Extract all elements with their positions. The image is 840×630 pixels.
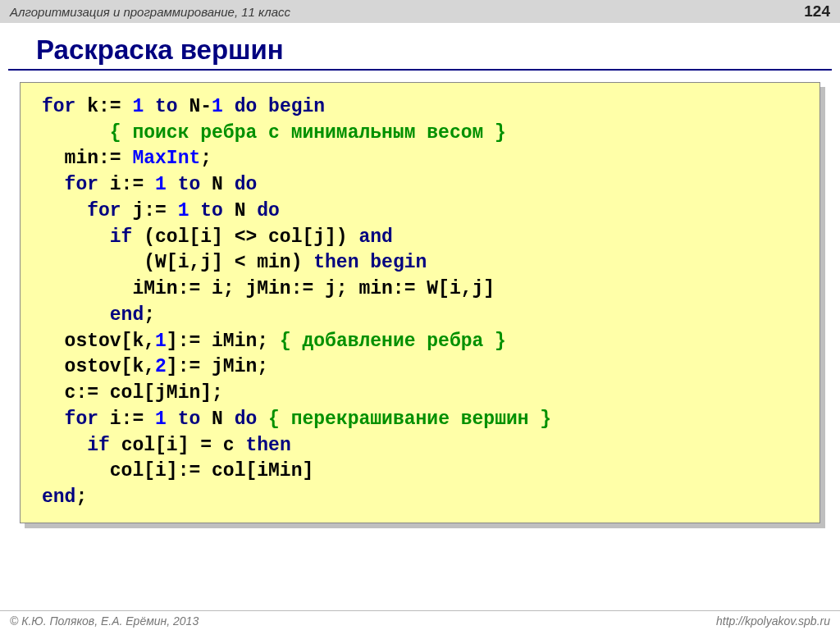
number-literal: 1 xyxy=(212,96,223,117)
code-text: N xyxy=(200,409,234,430)
keyword-do: do xyxy=(235,409,258,430)
identifier-maxint: MaxInt xyxy=(132,148,200,169)
code-text: (col[i] <> col[j]) xyxy=(132,226,358,248)
code-text: N xyxy=(200,174,234,195)
subject-label: Алгоритмизация и программирование, 11 кл… xyxy=(10,5,290,19)
code-text: N- xyxy=(178,96,212,117)
keyword-then-begin: then begin xyxy=(313,252,427,273)
code-block: for k:= 1 to N-1 do begin { поиск ребра … xyxy=(20,82,820,523)
footer-url: http://kpolyakov.spb.ru xyxy=(716,614,830,628)
keyword-to: to xyxy=(144,96,177,117)
keyword-if: if xyxy=(42,435,110,456)
comment: { перекрашивание вершин } xyxy=(257,409,551,430)
code-text: ]:= iMin; xyxy=(167,331,280,352)
code-text: ; xyxy=(144,304,155,326)
code-text: k:= xyxy=(75,96,132,117)
copyright: © К.Ю. Поляков, Е.А. Ерёмин, 2013 xyxy=(10,614,199,628)
keyword-end: end xyxy=(42,304,144,326)
code-block-wrap: for k:= 1 to N-1 do begin { поиск ребра … xyxy=(20,82,820,523)
keyword-for: for xyxy=(42,96,75,117)
code-text: min:= xyxy=(42,148,132,169)
code-text: c:= col[jMin]; xyxy=(42,382,223,404)
keyword-for: for xyxy=(42,409,98,430)
number-literal: 1 xyxy=(155,409,167,430)
code-text: ; xyxy=(75,486,87,508)
code-text: col[i]:= col[iMin] xyxy=(42,460,313,482)
number-literal: 1 xyxy=(155,331,167,352)
code-text: ostov[k, xyxy=(42,356,155,377)
keyword-end: end xyxy=(42,486,75,508)
code-text: col[i] = c xyxy=(110,435,246,456)
code-text: i:= xyxy=(98,409,155,430)
keyword-if: if xyxy=(42,226,132,248)
number-literal: 1 xyxy=(178,200,189,221)
keyword-do: do xyxy=(235,174,258,195)
keyword-for: for xyxy=(42,174,98,195)
keyword-to: to xyxy=(189,200,222,221)
keyword-do: do xyxy=(257,200,280,221)
comment: { поиск ребра с минимальным весом } xyxy=(42,122,506,144)
code-text: ostov[k, xyxy=(42,331,155,352)
number-literal: 1 xyxy=(155,174,167,195)
number-literal: 2 xyxy=(155,356,167,377)
keyword-to: to xyxy=(167,174,200,195)
slide-header: Алгоритмизация и программирование, 11 кл… xyxy=(0,0,840,23)
code-text: (W[i,j] < min) xyxy=(42,252,313,273)
code-text: j:= xyxy=(121,200,178,221)
keyword-to: to xyxy=(167,409,200,430)
code-text: ]:= jMin; xyxy=(167,356,268,377)
keyword-then: then xyxy=(245,435,290,456)
slide-title: Раскраска вершин xyxy=(8,23,832,71)
code-text: iMin:= i; jMin:= j; min:= W[i,j] xyxy=(42,278,495,299)
keyword-and: and xyxy=(358,226,392,248)
number-literal: 1 xyxy=(132,96,144,117)
keyword-for: for xyxy=(42,200,121,221)
code-text: i:= xyxy=(98,174,155,195)
code-text: ; xyxy=(200,148,212,169)
comment: { добавление ребра } xyxy=(280,331,506,352)
keyword-do-begin: do begin xyxy=(223,96,325,117)
slide-footer: © К.Ю. Поляков, Е.А. Ерёмин, 2013 http:/… xyxy=(0,610,840,630)
code-text: N xyxy=(223,200,257,221)
page-number: 124 xyxy=(804,2,830,21)
